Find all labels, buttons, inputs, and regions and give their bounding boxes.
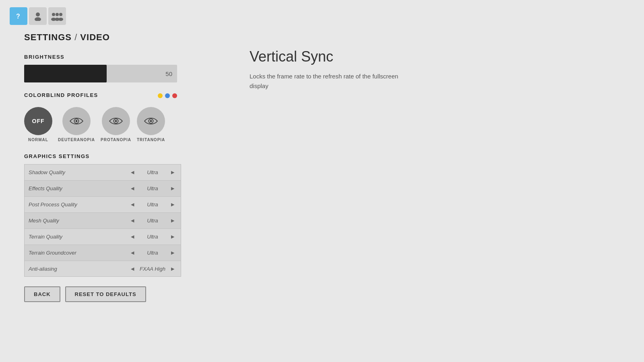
row-arrow-right[interactable]: ▶	[169, 184, 177, 193]
main-content: SETTINGS / VIDEO BRIGHTNESS 50 COLORBLIN…	[0, 32, 644, 302]
cb-label-normal: NORMAL	[28, 138, 48, 142]
brightness-slider[interactable]: 50	[24, 65, 177, 82]
cb-button-normal[interactable]: OFF	[24, 107, 52, 135]
row-value: Ultra	[136, 234, 169, 240]
right-panel: Vertical Sync Locks the frame rate to th…	[250, 32, 620, 302]
colorblind-header: COLORBLIND PROFILES	[24, 92, 177, 103]
graphics-row[interactable]: Effects Quality◀Ultra▶	[25, 181, 181, 197]
row-arrow-right[interactable]: ▶	[169, 216, 177, 225]
row-arrow-left[interactable]: ◀	[128, 200, 136, 209]
graphics-row[interactable]: Post Process Quality◀Ultra▶	[25, 197, 181, 213]
row-arrow-right[interactable]: ▶	[169, 168, 177, 177]
row-arrow-right[interactable]: ▶	[169, 232, 177, 241]
row-name: Terrain Groundcover	[29, 250, 128, 256]
row-name: Shadow Quality	[29, 169, 128, 175]
cb-option-tritanopia[interactable]: TRITANOPIA	[137, 107, 165, 142]
title-sub: VIDEO	[80, 32, 109, 42]
brightness-section: BRIGHTNESS 50	[24, 54, 217, 82]
svg-point-14	[150, 120, 152, 122]
cb-button-deuteranopia[interactable]	[62, 107, 91, 135]
info-title: Vertical Sync	[250, 48, 620, 65]
title-main: SETTINGS	[24, 32, 72, 42]
cb-label-protanopia: PROTANOPIA	[101, 138, 131, 142]
svg-point-3	[52, 13, 55, 16]
cb-button-tritanopia[interactable]	[137, 107, 165, 135]
row-value: Ultra	[136, 169, 169, 175]
row-value: Ultra	[136, 202, 169, 208]
row-value: Ultra	[136, 250, 169, 256]
row-arrow-right[interactable]: ▶	[169, 249, 177, 257]
cb-option-deuteranopia[interactable]: DEUTERANOPIA	[58, 107, 95, 142]
row-value: Ultra	[136, 185, 169, 191]
brightness-fill	[24, 65, 107, 82]
row-arrow-left[interactable]: ◀	[128, 265, 136, 273]
svg-point-7	[59, 13, 62, 16]
graphics-label: GRAPHICS SETTINGS	[24, 153, 217, 159]
graphics-list[interactable]: Shadow Quality◀Ultra▶Effects Quality◀Ult…	[24, 164, 181, 277]
graphics-row[interactable]: Terrain Groundcover◀Ultra▶	[25, 245, 181, 261]
svg-point-1	[36, 12, 40, 16]
row-value: Ultra	[136, 218, 169, 224]
profile-icon-btn[interactable]	[29, 7, 47, 25]
svg-point-10	[76, 120, 78, 122]
title-separator: /	[72, 32, 80, 42]
colorblind-options: OFF NORMAL DEUTERANOPIA	[24, 107, 217, 142]
brightness-label: BRIGHTNESS	[24, 54, 217, 60]
dot-red	[172, 93, 177, 98]
row-name: Terrain Quality	[29, 234, 128, 240]
back-button[interactable]: BACK	[24, 286, 60, 302]
svg-point-8	[58, 18, 63, 21]
cb-label-tritanopia: TRITANOPIA	[137, 138, 165, 142]
row-arrow-right[interactable]: ▶	[169, 200, 177, 209]
row-arrow-left[interactable]: ◀	[128, 168, 136, 177]
row-name: Mesh Quality	[29, 218, 128, 224]
left-panel: SETTINGS / VIDEO BRIGHTNESS 50 COLORBLIN…	[24, 32, 217, 302]
help-icon-btn[interactable]: ?	[10, 7, 27, 25]
row-arrow-left[interactable]: ◀	[128, 232, 136, 241]
row-value: FXAA High	[136, 266, 169, 272]
graphics-row[interactable]: Mesh Quality◀Ultra▶	[25, 213, 181, 229]
group-icon-btn[interactable]	[48, 7, 66, 25]
row-arrow-left[interactable]: ◀	[128, 249, 136, 257]
colorblind-label: COLORBLIND PROFILES	[24, 92, 98, 98]
cb-option-protanopia[interactable]: PROTANOPIA	[101, 107, 131, 142]
graphics-row[interactable]: Terrain Quality◀Ultra▶	[25, 229, 181, 245]
cb-button-protanopia[interactable]	[102, 107, 130, 135]
svg-text:?: ?	[16, 13, 20, 20]
cb-option-normal[interactable]: OFF NORMAL	[24, 107, 52, 142]
graphics-row[interactable]: Shadow Quality◀Ultra▶	[25, 165, 181, 181]
cb-label-deuteranopia: DEUTERANOPIA	[58, 138, 95, 142]
bottom-buttons: BACK RESET TO DEFAULTS	[24, 286, 217, 302]
svg-point-5	[56, 13, 59, 16]
row-arrow-right[interactable]: ▶	[169, 265, 177, 273]
row-name: Effects Quality	[29, 185, 128, 191]
row-name: Post Process Quality	[29, 202, 128, 208]
svg-point-2	[35, 17, 41, 21]
row-name: Anti-aliasing	[29, 266, 128, 272]
svg-point-12	[115, 120, 117, 122]
info-description: Locks the frame rate to the refresh rate…	[250, 72, 411, 91]
colorblind-section: COLORBLIND PROFILES OFF NORMAL	[24, 92, 217, 142]
brightness-value: 50	[165, 70, 172, 77]
row-arrow-left[interactable]: ◀	[128, 184, 136, 193]
colorblind-dots	[158, 93, 177, 98]
reset-button[interactable]: RESET TO DEFAULTS	[65, 286, 146, 302]
row-arrow-left[interactable]: ◀	[128, 216, 136, 225]
dot-blue	[165, 93, 170, 98]
page-title: SETTINGS / VIDEO	[24, 32, 217, 43]
graphics-section: GRAPHICS SETTINGS Shadow Quality◀Ultra▶E…	[24, 153, 217, 277]
dot-yellow	[158, 93, 163, 98]
top-bar: ?	[0, 0, 644, 32]
graphics-row[interactable]: Anti-aliasing◀FXAA High▶	[25, 261, 181, 277]
